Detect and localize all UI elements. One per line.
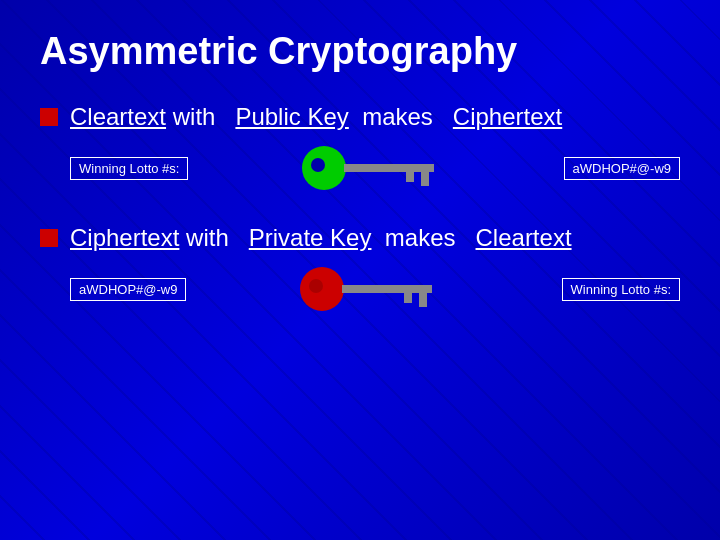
makes-text-2: makes: [378, 224, 469, 251]
section2-text: Ciphertext with Private Key makes Cleart…: [70, 224, 572, 252]
cleartext-term-2: Cleartext: [476, 224, 572, 251]
key-row-1: Winning Lotto #s: aWDHOP#@-w9: [70, 141, 680, 196]
input-label-1: Winning Lotto #s:: [70, 157, 188, 180]
slide: Asymmetric Cryptography Cleartext with P…: [0, 0, 720, 540]
output-label-2: Winning Lotto #s:: [562, 278, 680, 301]
bullet-icon-2: [40, 229, 58, 247]
section-1: Cleartext with Public Key makes Cipherte…: [40, 103, 680, 196]
private-key-term: Private Key: [249, 224, 372, 251]
public-key-term: Public Key: [235, 103, 348, 130]
key-tooth-3: [404, 293, 412, 303]
section-2: Ciphertext with Private Key makes Cleart…: [40, 224, 680, 317]
slide-title: Asymmetric Cryptography: [40, 30, 680, 73]
input-label-2: aWDHOP#@-w9: [70, 278, 186, 301]
key-shaft-2: [342, 285, 432, 293]
key-shaft-1: [344, 164, 434, 172]
key-tooth-2: [421, 172, 429, 186]
with-text-2: with: [186, 224, 242, 251]
public-key-svg: [296, 141, 456, 196]
private-key-visual: [206, 262, 541, 317]
key-row-2: aWDHOP#@-w9 Winning Lotto #s:: [70, 262, 680, 317]
public-key-visual: [208, 141, 543, 196]
bullet-icon-1: [40, 108, 58, 126]
private-key-svg: [294, 262, 454, 317]
cleartext-term: Cleartext: [70, 103, 166, 130]
with-text-1: with: [173, 103, 229, 130]
bullet-row-1: Cleartext with Public Key makes Cipherte…: [40, 103, 680, 131]
bullet-row-2: Ciphertext with Private Key makes Cleart…: [40, 224, 680, 252]
section1-text: Cleartext with Public Key makes Cipherte…: [70, 103, 562, 131]
key-hole-1: [311, 158, 325, 172]
key-tooth-4: [419, 293, 427, 307]
key-tooth-1: [406, 172, 414, 182]
output-label-1: aWDHOP#@-w9: [564, 157, 680, 180]
ciphertext-term-2: Ciphertext: [70, 224, 179, 251]
makes-text-1: makes: [355, 103, 446, 130]
ciphertext-term: Ciphertext: [453, 103, 562, 130]
key-hole-2: [309, 279, 323, 293]
